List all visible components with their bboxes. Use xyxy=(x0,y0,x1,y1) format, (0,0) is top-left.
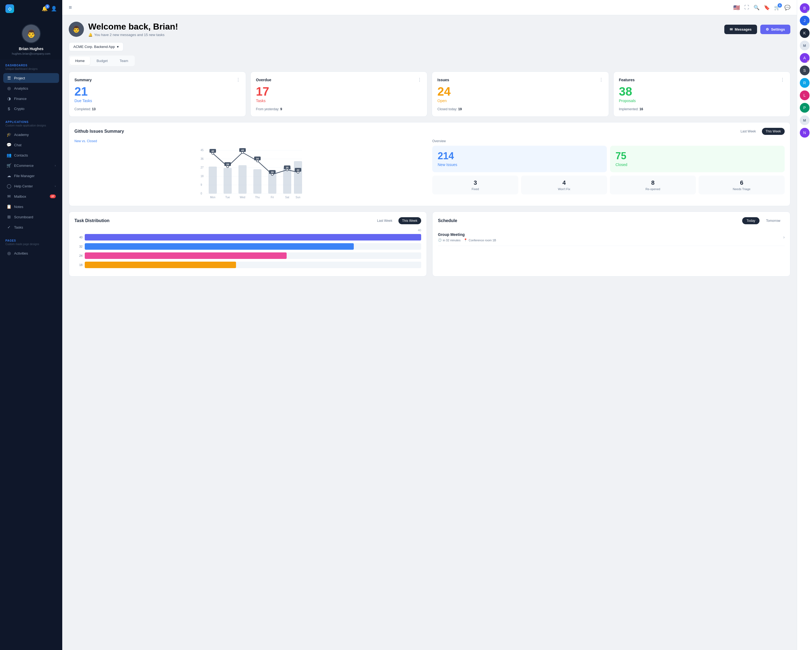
task-dist-week-toggle: Last Week This Week xyxy=(373,217,421,224)
profile-switcher-icon[interactable]: 👤 xyxy=(51,6,57,12)
sidebar-item-filemanager[interactable]: ☁ File Manager xyxy=(3,171,59,180)
sidebar-item-label: ECommerce xyxy=(14,164,34,168)
notification-icon[interactable]: 🔔 3 xyxy=(42,6,47,12)
stat-label-summary: Due Tasks xyxy=(75,99,240,103)
right-sidebar-user-9[interactable]: P xyxy=(800,103,810,113)
bar-fill xyxy=(85,252,287,259)
stat-menu-issues[interactable]: ⋮ xyxy=(599,77,603,82)
task-dist-this-week-btn[interactable]: This Week xyxy=(398,217,421,224)
right-sidebar-user-6[interactable]: S xyxy=(800,66,810,75)
sidebar-item-activities[interactable]: ◎ Activities xyxy=(3,248,59,258)
today-btn[interactable]: Today xyxy=(742,217,760,224)
app-logo[interactable]: ◇ xyxy=(5,5,14,13)
tab-home[interactable]: Home xyxy=(70,57,90,65)
stat-menu-features[interactable]: ⋮ xyxy=(780,77,785,82)
sidebar-item-tasks[interactable]: ✓ Tasks xyxy=(3,222,59,232)
svg-text:Tue: Tue xyxy=(226,196,230,199)
sidebar-item-analytics[interactable]: ◎ Analytics xyxy=(3,83,59,93)
task-dist-last-week-btn[interactable]: Last Week xyxy=(373,217,396,224)
bookmark-icon[interactable]: 🔖 xyxy=(764,5,770,11)
right-sidebar-user-3[interactable]: K xyxy=(800,28,810,38)
project-selector[interactable]: ACME Corp. Backend App ▾ xyxy=(69,42,124,51)
sidebar-item-contacts[interactable]: 👥 Contacts xyxy=(3,150,59,160)
stat-menu-overdue[interactable]: ⋮ xyxy=(417,77,422,82)
svg-text:36: 36 xyxy=(201,158,204,161)
sidebar-item-ecommerce[interactable]: 🛒 ECommerce › xyxy=(3,161,59,170)
tomorrow-btn[interactable]: Tomorrow xyxy=(762,217,785,224)
right-sidebar-user-2[interactable]: J xyxy=(800,16,810,26)
tab-team[interactable]: Team xyxy=(114,57,134,65)
topbar: ≡ 🇺🇸 ⛶ 🔍 🔖 🛒 5 💬 xyxy=(62,0,797,15)
svg-text:0: 0 xyxy=(201,192,202,195)
bar-row-4: 18 xyxy=(75,262,421,268)
settings-button[interactable]: ⚙ Settings xyxy=(760,24,791,34)
github-week-toggle: Last Week This Week xyxy=(737,128,785,135)
stat-footer-overdue: From yesterday: 9 xyxy=(256,107,422,111)
github-last-week-btn[interactable]: Last Week xyxy=(737,128,760,135)
svg-text:Fri: Fri xyxy=(271,196,274,199)
sidebar-item-scrumboard[interactable]: ⊞ Scrumboard xyxy=(3,212,59,222)
stat-footer-summary: Completed: 13 xyxy=(75,107,240,111)
sidebar-item-label: Notes xyxy=(14,205,23,209)
activities-icon: ◎ xyxy=(6,251,11,255)
sidebar-item-finance[interactable]: ◑ Finance xyxy=(3,94,59,104)
bar-fill xyxy=(85,262,236,268)
user-avatar[interactable]: 👨 xyxy=(21,24,41,43)
mini-card-fixed: 3 Fixed xyxy=(432,176,518,194)
user-name: Brian Hughes xyxy=(19,47,43,51)
sidebar-item-project[interactable]: ☰ Project xyxy=(3,73,59,83)
bar-row-2: 32 xyxy=(75,243,421,250)
hamburger-menu[interactable]: ≡ xyxy=(69,5,72,11)
sidebar-item-notes[interactable]: 📋 Notes xyxy=(3,202,59,211)
sidebar-item-academy[interactable]: 🎓 Academy xyxy=(3,130,59,139)
bar-row-3: 24 xyxy=(75,252,421,259)
chart-sublabel: New vs. Closed xyxy=(75,139,97,143)
chevron-down-icon: ▾ xyxy=(117,45,119,49)
fullscreen-icon[interactable]: ⛶ xyxy=(744,5,749,10)
bar-track xyxy=(85,262,421,268)
chart-container: 45 36 27 18 9 0 xyxy=(75,146,427,200)
task-dist-chart: 40 40 32 24 xyxy=(75,229,421,268)
flag-icon[interactable]: 🇺🇸 xyxy=(733,5,740,11)
sidebar-item-label: Scrumboard xyxy=(14,215,33,219)
crypto-icon: $ xyxy=(6,106,11,111)
tab-budget[interactable]: Budget xyxy=(91,57,113,65)
stat-footer-features: Implemented: 16 xyxy=(619,107,785,111)
filemanager-icon: ☁ xyxy=(6,173,11,178)
stat-menu-summary[interactable]: ⋮ xyxy=(236,77,240,82)
new-issues-count: 214 xyxy=(438,151,601,161)
stat-title-summary: Summary xyxy=(75,78,92,82)
messages-button[interactable]: ✉ Messages xyxy=(724,24,757,34)
right-sidebar-user-5[interactable]: A xyxy=(800,53,810,63)
github-overview-section: Overview 214 New Issues 75 Closed xyxy=(432,139,785,200)
sidebar-item-chat[interactable]: 💬 Chat xyxy=(3,140,59,150)
schedule-title: Schedule xyxy=(438,218,457,223)
right-sidebar-user-7[interactable]: R xyxy=(800,78,810,88)
bell-icon: 🔔 xyxy=(88,33,93,37)
mini-card-reopened: 8 Re-opened xyxy=(610,176,696,194)
svg-text:18: 18 xyxy=(201,175,204,178)
chevron-right-icon[interactable]: › xyxy=(783,235,785,240)
right-sidebar-user-1[interactable]: B xyxy=(800,3,810,13)
sidebar-item-mailbox[interactable]: ✉ Mailbox 27 xyxy=(3,191,59,201)
right-sidebar: B J K M A S R L P M N xyxy=(797,0,812,650)
sidebar-item-label: File Manager xyxy=(14,174,35,178)
github-this-week-btn[interactable]: This Week xyxy=(762,128,785,135)
github-panel-title: Github Issues Summary xyxy=(75,129,124,134)
svg-text:43: 43 xyxy=(241,149,244,151)
cart-icon[interactable]: 🛒 5 xyxy=(774,5,780,11)
right-sidebar-user-10[interactable]: M xyxy=(800,115,810,125)
sidebar-item-helpcenter[interactable]: ◯ Help Center › xyxy=(3,181,59,191)
schedule-panel: Schedule Today Tomorrow Group Meeting 🕐 … xyxy=(432,211,791,277)
messages-icon[interactable]: 💬 xyxy=(785,5,791,11)
sidebar-item-label: Help Center xyxy=(14,184,33,188)
finance-icon: ◑ xyxy=(6,96,11,101)
right-sidebar-user-4[interactable]: M xyxy=(800,41,810,50)
search-icon[interactable]: 🔍 xyxy=(754,5,760,11)
sidebar-item-crypto[interactable]: $ Crypto xyxy=(3,104,59,113)
right-sidebar-user-8[interactable]: L xyxy=(800,90,810,100)
project-icon: ☰ xyxy=(6,76,11,80)
task-dist-title: Task Distribution xyxy=(75,218,110,223)
stat-title-features: Features xyxy=(619,78,635,82)
right-sidebar-user-11[interactable]: N xyxy=(800,128,810,138)
